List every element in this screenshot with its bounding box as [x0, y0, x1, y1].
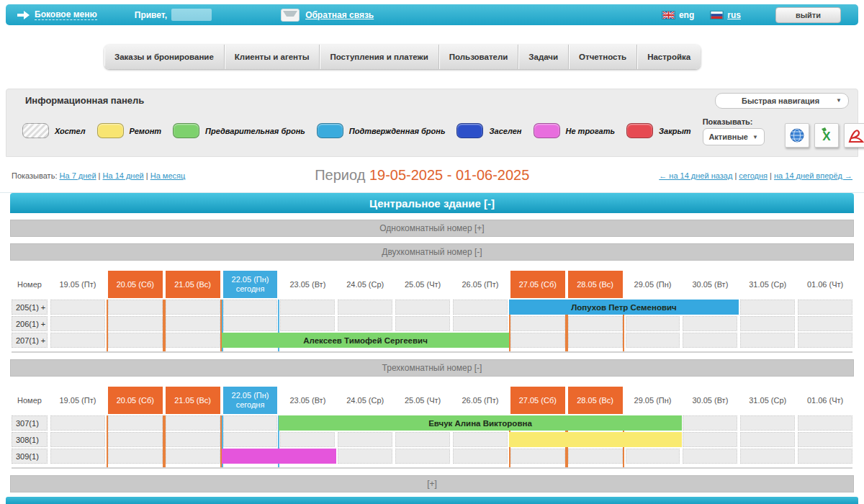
room-label[interactable]: 205(1) + — [12, 300, 48, 315]
booking-bar[interactable]: Лопухов Петр Семенович — [509, 300, 739, 315]
booking-bar[interactable]: Евчук Алина Викторовна — [279, 415, 682, 431]
day-cell-12[interactable] — [740, 333, 795, 348]
day-cell-6[interactable] — [395, 449, 450, 464]
day-cell-1[interactable] — [108, 432, 163, 447]
day-cell-3[interactable] — [223, 415, 278, 431]
day-cell-7[interactable] — [453, 432, 508, 447]
room-label[interactable]: 207(1) + — [12, 333, 48, 348]
feedback-link[interactable]: Обратная связь — [305, 10, 374, 20]
language-rus[interactable]: rus — [710, 10, 741, 20]
today-link[interactable]: сегодня — [739, 171, 768, 180]
day-cell-2[interactable] — [166, 432, 220, 447]
day-cell-11[interactable] — [683, 432, 737, 447]
day-cell-10[interactable] — [626, 316, 680, 331]
day-cell-6[interactable] — [395, 432, 450, 447]
day-cell-13[interactable] — [798, 333, 852, 348]
day-cell-5[interactable] — [338, 316, 392, 331]
day-cell-10[interactable] — [626, 333, 680, 348]
day-cell-10[interactable] — [626, 449, 680, 464]
day-cell-3[interactable] — [223, 300, 278, 315]
side-menu-link[interactable]: Боковое меню — [35, 9, 97, 20]
day-cell-5[interactable] — [338, 449, 392, 464]
day-cell-0[interactable] — [50, 316, 105, 331]
room-label[interactable]: 308(1) — [12, 432, 48, 447]
day-cell-8[interactable] — [510, 449, 565, 464]
day-cell-12[interactable] — [740, 449, 795, 464]
day-cell-7[interactable] — [453, 449, 508, 464]
booking-bar[interactable]: Алексеев Тимофей Сергеевич — [222, 333, 509, 348]
day-cell-0[interactable] — [50, 449, 105, 464]
day-cell-2[interactable] — [166, 300, 220, 315]
day-cell-2[interactable] — [166, 415, 220, 431]
html-export-icon[interactable] — [785, 123, 809, 148]
day-cell-7[interactable] — [453, 300, 508, 315]
day-cell-0[interactable] — [50, 432, 105, 447]
day-cell-0[interactable] — [50, 300, 105, 315]
day-cell-2[interactable] — [166, 333, 220, 348]
day-cell-1[interactable] — [108, 316, 163, 331]
day-cell-9[interactable] — [568, 449, 623, 464]
day-cell-4[interactable] — [280, 300, 335, 315]
day-cell-3[interactable] — [223, 432, 278, 447]
nav-tab-4[interactable]: Задачи — [518, 45, 569, 69]
language-eng[interactable]: eng — [662, 10, 694, 20]
excel-export-icon[interactable]: X — [814, 123, 839, 148]
day-cell-12[interactable] — [740, 300, 795, 315]
section-two-room[interactable]: Двухкомнатный номер [-] — [10, 243, 854, 261]
section-one-room[interactable]: Однокомнатный номер [+] — [10, 220, 854, 237]
nav-tab-2[interactable]: Поступления и платежи — [320, 45, 438, 69]
section-three-room[interactable]: Трехкомнатный номер [-] — [10, 359, 854, 377]
day-cell-11[interactable] — [683, 333, 737, 348]
day-cell-13[interactable] — [798, 449, 852, 464]
day-cell-13[interactable] — [798, 316, 852, 331]
day-cell-13[interactable] — [798, 415, 852, 431]
nav-tab-6[interactable]: Настройка — [637, 45, 701, 69]
day-cell-13[interactable] — [798, 432, 852, 447]
day-cell-5[interactable] — [338, 300, 392, 315]
building-header[interactable]: Центральное здание [-] — [10, 193, 854, 213]
day-cell-1[interactable] — [108, 415, 163, 431]
day-cell-6[interactable] — [395, 316, 450, 331]
day-cell-13[interactable] — [798, 300, 852, 315]
day-cell-2[interactable] — [166, 316, 220, 331]
day-cell-6[interactable] — [395, 300, 450, 315]
forward-14-days-link[interactable]: на 14 дней вперёд → — [774, 171, 852, 180]
nav-tab-0[interactable]: Заказы и бронирование — [104, 45, 225, 69]
day-cell-12[interactable] — [740, 415, 795, 431]
booking-bar[interactable] — [509, 432, 682, 447]
day-cell-1[interactable] — [108, 449, 163, 464]
room-label[interactable]: 307(1) — [12, 415, 48, 431]
day-cell-12[interactable] — [740, 316, 795, 331]
day-cell-8[interactable] — [510, 316, 565, 331]
day-cell-9[interactable] — [568, 333, 623, 348]
nav-tab-1[interactable]: Клиенты и агенты — [225, 45, 320, 69]
day-cell-0[interactable] — [50, 333, 105, 348]
room-label[interactable]: 206(1) + — [12, 316, 48, 331]
day-cell-0[interactable] — [50, 415, 105, 431]
day-cell-7[interactable] — [453, 316, 508, 331]
day-cell-11[interactable] — [683, 415, 737, 431]
day-cell-4[interactable] — [280, 316, 335, 331]
nav-tab-5[interactable]: Отчетность — [569, 45, 637, 69]
pdf-export-icon[interactable] — [844, 123, 864, 148]
day-cell-2[interactable] — [166, 449, 220, 464]
range-7-days-link[interactable]: На 7 дней — [60, 171, 96, 180]
range-month-link[interactable]: На месяц — [150, 171, 186, 180]
section-collapsed-more[interactable]: [+] — [10, 475, 854, 492]
logout-button[interactable]: выйти — [775, 7, 841, 23]
day-cell-3[interactable] — [223, 316, 278, 331]
room-label[interactable]: 309(1) — [12, 449, 48, 464]
day-cell-9[interactable] — [568, 316, 623, 331]
day-cell-8[interactable] — [510, 333, 565, 348]
nav-tab-3[interactable]: Пользователи — [439, 45, 519, 69]
booking-bar[interactable] — [222, 449, 336, 464]
back-14-days-link[interactable]: ← на 14 дней назад — [659, 171, 732, 180]
day-cell-1[interactable] — [108, 333, 163, 348]
range-14-days-link[interactable]: На 14 дней — [103, 171, 144, 180]
quick-nav-select[interactable]: Быстрая навигация ▼ — [715, 93, 849, 109]
day-cell-1[interactable] — [108, 300, 163, 315]
day-cell-12[interactable] — [740, 432, 795, 447]
show-filter-select[interactable]: Активные ▼ — [703, 128, 765, 145]
day-cell-11[interactable] — [683, 316, 737, 331]
day-cell-4[interactable] — [280, 432, 335, 447]
